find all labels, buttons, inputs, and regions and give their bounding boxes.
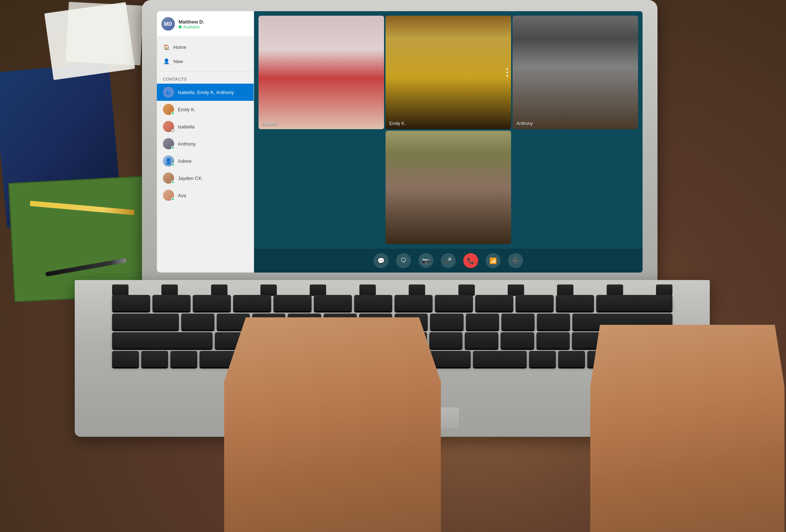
- contacts-label: Contacts: [157, 75, 254, 84]
- key-delete: [596, 295, 672, 311]
- key-u: [354, 295, 392, 311]
- signal-button[interactable]: 📶: [486, 253, 501, 268]
- contact-name-anthony: Anthony: [178, 141, 196, 147]
- fn-key-6: [359, 284, 376, 295]
- dot-3: [506, 75, 508, 77]
- contact-item-isabella[interactable]: Isabella: [157, 118, 254, 135]
- fn-key-5: [310, 284, 326, 295]
- fn-key-7: [409, 284, 425, 295]
- key-w: [152, 295, 191, 311]
- user-status: Available: [179, 25, 204, 29]
- dot-1: [506, 68, 508, 70]
- emoji-button[interactable]: 🗨: [396, 253, 411, 268]
- fn-key-8: [458, 284, 475, 295]
- sidebar-item-new[interactable]: 👤 New: [157, 54, 254, 68]
- presence-online-jayden: [171, 180, 174, 184]
- nav-home-label: Home: [173, 44, 186, 50]
- key-e: [193, 295, 231, 311]
- participant-name-anthony: Anthony: [516, 121, 533, 126]
- laptop-screen: MD Matthew D. Available 🏠 Home: [157, 11, 643, 273]
- participant-name-isabella: Isabella: [262, 121, 278, 126]
- key-y: [314, 295, 352, 311]
- hands-area: [187, 317, 785, 532]
- fn-key-9: [508, 284, 524, 295]
- key-p: [475, 295, 513, 311]
- mic-button[interactable]: 🎤: [441, 253, 456, 268]
- hand-right: [590, 325, 785, 532]
- paper-background-1: [44, 2, 135, 80]
- video-call-area: Isabella Emily K. Anthony: [254, 11, 643, 273]
- presence-online-ava: [171, 197, 174, 201]
- fn-key-3: [211, 284, 228, 295]
- more-options-icon[interactable]: [506, 68, 508, 77]
- key-brac2: [556, 295, 594, 311]
- avatar: MD: [161, 17, 175, 31]
- key-q: [112, 295, 150, 311]
- contact-name-group: Isabella, Emily K, Anthony: [178, 90, 234, 95]
- sidebar-header: MD Matthew D. Available: [157, 11, 254, 37]
- nav-new-label: New: [173, 59, 183, 64]
- add-button[interactable]: ➕: [508, 253, 523, 268]
- camera-button[interactable]: 📷: [418, 253, 433, 268]
- key-fn: [112, 351, 139, 367]
- contact-name-isabella: Isabella: [178, 124, 195, 130]
- key-r: [233, 295, 271, 311]
- key-ctrl: [141, 351, 168, 367]
- contact-name-adrew: Adrew: [178, 158, 192, 164]
- home-icon: 🏠: [163, 44, 170, 50]
- contact-name-emily: Emily K.: [178, 107, 196, 112]
- fn-key-row: [75, 280, 710, 295]
- contact-item-group[interactable]: 👥 Isabella, Emily K, Anthony: [157, 84, 254, 101]
- status-dot-icon: [179, 25, 182, 28]
- avatar-initials: MD: [164, 21, 172, 27]
- key-o: [435, 295, 473, 311]
- fn-key-11: [607, 284, 623, 295]
- key-row-1: [112, 295, 672, 311]
- video-tile-anthony: Anthony: [513, 16, 638, 129]
- key-t: [273, 295, 312, 311]
- user-info: Matthew D. Available: [179, 19, 204, 29]
- laptop-bezel: MD Matthew D. Available 🏠 Home: [142, 0, 657, 291]
- video-tile-isabella: Isabella: [259, 16, 384, 129]
- contact-name-jayden: Jayden CK.: [178, 175, 203, 181]
- contact-item-jayden[interactable]: Jayden CK.: [157, 169, 254, 187]
- presence-online-anthony: [171, 146, 174, 149]
- contact-item-anthony[interactable]: Anthony: [157, 135, 254, 152]
- sidebar-nav: 🏠 Home 👤 New: [157, 37, 254, 72]
- key-i: [394, 295, 433, 311]
- end-call-button[interactable]: 📞: [463, 253, 478, 268]
- video-tile-emily: Emily K.: [386, 16, 511, 129]
- fn-key-10: [557, 284, 573, 295]
- fn-key-12: [656, 284, 672, 295]
- laptop: MD Matthew D. Available 🏠 Home: [142, 0, 657, 306]
- call-controls-bar: 💬 🗨 📷 🎤 📞 📶 ➕: [254, 249, 643, 273]
- fn-key-2: [161, 284, 178, 295]
- presence-online-emily: [171, 112, 174, 115]
- dot-2: [506, 72, 508, 74]
- user-name: Matthew D.: [179, 19, 204, 25]
- video-grid: Isabella Emily K. Anthony: [254, 11, 643, 249]
- person-add-icon: 👤: [163, 58, 170, 65]
- participant-name-emily: Emily K.: [389, 121, 406, 126]
- contact-item-emily[interactable]: Emily K.: [157, 101, 254, 118]
- app-sidebar: MD Matthew D. Available 🏠 Home: [157, 11, 254, 273]
- presence-away-isabella: [171, 129, 174, 132]
- hand-left: [224, 317, 441, 532]
- status-text: Available: [183, 25, 199, 29]
- key-brac1: [516, 295, 554, 311]
- contact-avatar-group: 👥: [163, 87, 174, 98]
- chat-button[interactable]: 💬: [374, 253, 389, 268]
- contact-item-adrew[interactable]: 👤 Adrew: [157, 152, 254, 169]
- video-tile-person4: [386, 131, 511, 244]
- contacts-section: Contacts 👥 Isabella, Emily K, Anthony Em…: [157, 72, 254, 207]
- sidebar-item-home[interactable]: 🏠 Home: [157, 40, 254, 54]
- contact-item-ava[interactable]: Ava: [157, 187, 254, 204]
- fn-key-4: [260, 284, 277, 295]
- fn-key-1: [112, 284, 129, 295]
- key-caps: [112, 314, 179, 330]
- presence-online-adrew: [171, 163, 174, 167]
- contact-name-ava: Ava: [178, 193, 186, 198]
